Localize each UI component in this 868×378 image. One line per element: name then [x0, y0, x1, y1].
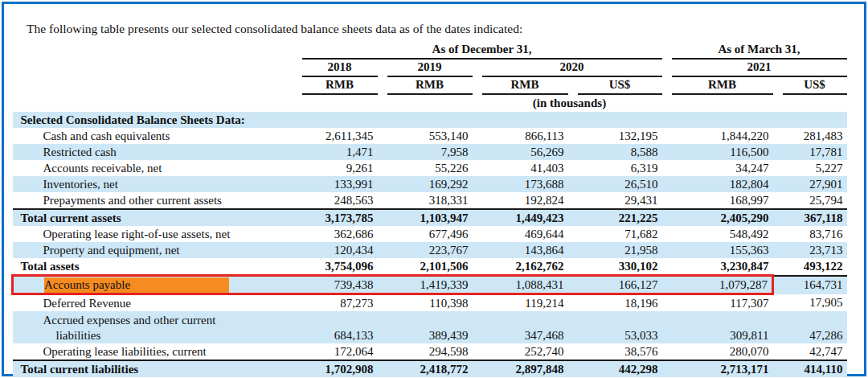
col-group-march: As of March 31,	[672, 42, 847, 60]
header-group-row: As of December 31, As of March 31,	[13, 42, 847, 60]
cell-value: 1,471	[293, 144, 378, 160]
cell-value: 2,162,762	[473, 258, 568, 276]
cell-value: 119,214	[473, 294, 568, 312]
col-group-december: As of December 31,	[302, 42, 662, 60]
cell-value: 1,079,287	[662, 276, 773, 294]
cell-value: 1,088,431	[473, 276, 568, 294]
cell-value: 553,140	[378, 128, 473, 144]
section-header-row: Selected Consolidated Balance Sheets Dat…	[13, 112, 847, 128]
intro-text: The following table presents our selecte…	[27, 22, 522, 36]
cell-value: 47,286	[773, 311, 847, 343]
cell-value: 1,702,908	[293, 360, 378, 377]
cell-value: 221,225	[568, 209, 662, 226]
table-row: Accrued expenses and other current liabi…	[13, 311, 847, 343]
cell-value: 442,298	[568, 360, 662, 377]
cell-value: 2,405,290	[662, 209, 773, 226]
year-header-2021: 2021	[672, 60, 847, 77]
cell-value: 367,118	[773, 209, 847, 226]
cell-value: 330,102	[568, 258, 662, 276]
cell-value: 23,713	[773, 242, 847, 258]
cell-value: 110,398	[378, 294, 473, 312]
cell-value: 684,133	[293, 311, 378, 343]
cell-value: 2,897,848	[473, 360, 568, 377]
cell-value: 252,740	[473, 343, 568, 360]
row-label: Total current assets	[13, 209, 293, 226]
row-label: Deferred Revenue	[13, 294, 293, 312]
cell-value: 120,434	[293, 242, 378, 258]
cell-value: 3,230,847	[662, 258, 773, 276]
cell-value: 172,064	[293, 343, 378, 360]
row-label: Inventories, net	[13, 176, 293, 192]
row-label: Restricted cash	[13, 144, 293, 160]
cell-value: 42,747	[773, 343, 847, 360]
total-current-liabilities-row: Total current liabilities 1,702,908 2,41…	[13, 360, 847, 377]
cell-value: 53,033	[568, 311, 662, 343]
unit-header: RMB	[482, 77, 568, 95]
cell-value: 1,449,423	[473, 209, 568, 226]
cell-value: 29,431	[568, 192, 662, 209]
cell-value: 389,439	[378, 311, 473, 343]
cell-value: 117,307	[662, 294, 773, 312]
cell-value: 548,492	[662, 226, 773, 242]
balance-sheet-table: As of December 31, As of March 31, 2018 …	[11, 42, 847, 377]
unit-header: US$	[783, 77, 847, 95]
cell-value: 132,195	[568, 128, 662, 144]
unit-header: RMB	[387, 77, 473, 95]
row-label: Total current liabilities	[13, 360, 293, 377]
year-header-2018: 2018	[302, 60, 378, 77]
row-label: Property and equipment, net	[13, 242, 293, 258]
cell-value: 168,997	[662, 192, 773, 209]
cell-value: 83,716	[773, 226, 847, 242]
table-row: Restricted cash 1,471 7,958 56,269 8,588…	[13, 144, 847, 160]
row-label: Operating lease right-of-use assets, net	[13, 226, 293, 242]
row-label: Total assets	[13, 258, 293, 276]
cell-value: 469,644	[473, 226, 568, 242]
year-header-2019: 2019	[387, 60, 473, 77]
cell-value: 493,122	[773, 258, 847, 276]
cell-value: 294,598	[378, 343, 473, 360]
cell-value: 26,510	[568, 176, 662, 192]
cell-value: 41,403	[473, 160, 568, 176]
cell-value: 677,496	[378, 226, 473, 242]
cell-value: 3,173,785	[293, 209, 378, 226]
cell-value: 1,844,220	[662, 128, 773, 144]
cell-value: 318,331	[378, 192, 473, 209]
cell-value: 25,794	[773, 192, 847, 209]
cell-value: 1,103,947	[378, 209, 473, 226]
cell-value: 347,468	[473, 311, 568, 343]
table-row: Prepayments and other current assets 248…	[13, 192, 847, 209]
cell-value: 3,754,096	[293, 258, 378, 276]
cell-value: 71,682	[568, 226, 662, 242]
total-current-assets-row: Total current assets 3,173,785 1,103,947…	[13, 209, 847, 226]
cell-value: 133,991	[293, 176, 378, 192]
header-note-row: (in thousands)	[13, 95, 847, 112]
cell-value: 281,483	[773, 128, 847, 144]
cell-value: 173,688	[473, 176, 568, 192]
cell-value: 164,731	[773, 276, 847, 294]
row-label: Accounts receivable, net	[13, 160, 293, 176]
cell-value: 155,363	[662, 242, 773, 258]
cell-value: 56,269	[473, 144, 568, 160]
header-year-row: 2018 2019 2020 2021	[13, 60, 847, 77]
table-row: Cash and cash equivalents 2,611,345 553,…	[13, 128, 847, 144]
cell-value: 27,901	[773, 176, 847, 192]
cell-value: 192,824	[473, 192, 568, 209]
cell-value: 1,419,339	[378, 276, 473, 294]
in-thousands-note: (in thousands)	[293, 95, 847, 112]
accounts-payable-row: Accounts payable 739,438 1,419,339 1,088…	[13, 276, 847, 294]
cell-value: 34,247	[662, 160, 773, 176]
unit-header: US$	[578, 77, 662, 95]
cell-value: 866,113	[473, 128, 568, 144]
document-page: { "intro": { "text": "The following tabl…	[0, 0, 868, 378]
cell-value: 55,226	[378, 160, 473, 176]
cell-value: 223,767	[378, 242, 473, 258]
cell-value: 169,292	[378, 176, 473, 192]
accounts-payable-highlight: Accounts payable	[44, 277, 229, 293]
cell-value: 362,686	[293, 226, 378, 242]
cell-value: 87,273	[293, 294, 378, 312]
cell-value: 7,958	[378, 144, 473, 160]
cell-value: 17,905	[773, 294, 847, 312]
row-label: Cash and cash equivalents	[13, 128, 293, 144]
cell-value: 143,864	[473, 242, 568, 258]
cell-value: 309,811	[662, 311, 773, 343]
